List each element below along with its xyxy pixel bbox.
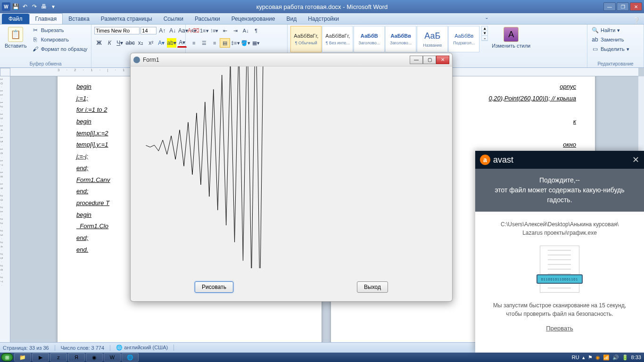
file-tab[interactable]: Файл [2,14,29,24]
style-expand-icon[interactable]: ⌄ [482,36,487,41]
justify-icon[interactable]: ▤ [220,38,230,48]
borders-icon[interactable]: ▦▾ [251,38,261,48]
avast-abort-link[interactable]: Прервать [546,325,573,332]
sort-icon[interactable]: A↓ [240,26,251,35]
form1-titlebar[interactable]: Form1 — ▢ ✕ [131,53,452,66]
font-size-select[interactable] [140,27,157,34]
increase-indent-icon[interactable]: ⇥ [230,26,240,35]
tab-references[interactable]: Ссылки [158,14,189,24]
replace-button[interactable]: abЗаменить [590,35,630,44]
tab-page-layout[interactable]: Разметка страницы [95,14,158,24]
help-icon[interactable]: ❔ [633,17,640,24]
bold-button[interactable]: Ж [94,38,104,48]
style-item[interactable]: АаБНазвание [417,26,448,52]
find-button[interactable]: 🔍Найти ▾ [590,26,630,34]
select-button[interactable]: ▭Выделить ▾ [590,45,630,53]
taskbar-item[interactable]: 🌐 [122,353,139,362]
style-item[interactable]: АаБбВвЗаголово... [385,26,416,52]
status-page[interactable]: Страница: 33 из 36 [3,345,55,351]
taskbar-item[interactable]: ▶ [32,353,49,362]
tab-mailings[interactable]: Рассылки [189,14,226,24]
style-item[interactable]: АаБбВвГг,¶ Без инте... [322,26,353,52]
form1-maximize-button[interactable]: ▢ [423,56,436,64]
style-item[interactable]: АаБбВвГг,¶ Обычный [290,26,322,52]
taskbar-item[interactable]: Я [68,353,85,362]
form1-close-button[interactable]: ✕ [436,56,449,64]
multilevel-icon[interactable]: ⁝≡▾ [209,26,220,35]
avast-orb-icon: a [480,155,490,165]
shading-icon[interactable]: 🪣▾ [240,38,251,48]
align-center-icon[interactable]: ☰ [199,38,209,48]
tray-network-icon[interactable]: 📶 [603,354,610,361]
maximize-button[interactable]: ❐ [617,2,629,11]
numbering-icon[interactable]: 1≡▾ [199,26,209,35]
save-icon[interactable]: 💾 [11,2,20,11]
grow-font-icon[interactable]: A↑ [157,26,167,35]
change-styles-button[interactable]: A Изменить стили [490,26,532,49]
status-language[interactable]: 🌐 английский (США) [116,345,174,351]
app-icon: W [2,2,10,11]
font-color-icon[interactable]: A▾ [177,38,187,48]
qat-more-icon[interactable]: ▾ [49,2,58,11]
highlight-icon[interactable]: ab▾ [167,38,176,48]
paste-button[interactable]: 📋 Вставить [3,26,29,49]
undo-icon[interactable]: ↶ [21,2,29,11]
ruler-corner [0,68,10,76]
tray-shield-icon[interactable]: ◉ [595,354,600,361]
status-words[interactable]: Число слов: 3 774 [61,345,110,351]
tray-lang[interactable]: RU [572,354,579,360]
replace-icon: ab [591,36,599,43]
tab-addins[interactable]: Надстройки [302,14,345,24]
form1-minimize-button[interactable]: — [410,56,423,64]
taskbar-item[interactable]: W [104,353,121,362]
shrink-font-icon[interactable]: A↓ [168,26,177,35]
tray-flag-icon[interactable]: ⚑ [588,354,593,361]
font-name-select[interactable] [94,27,140,34]
superscript-button[interactable]: x² [146,38,156,48]
exit-button[interactable]: Выход [357,281,388,293]
style-item[interactable]: АаБбВвПодзагол... [448,26,479,52]
taskbar-item[interactable]: 📁 [14,353,31,362]
style-down-icon[interactable]: ▼ [482,31,487,36]
tray-clock[interactable]: 8:33 [631,354,641,360]
tray-battery-icon[interactable]: 🔋 [622,354,628,361]
group-editing-label: Редактирование [587,61,644,66]
line-spacing-icon[interactable]: ‡≡▾ [230,38,240,48]
show-marks-icon[interactable]: ¶ [251,26,261,35]
align-right-icon[interactable]: ≡ [209,38,220,48]
text-effects-icon[interactable]: A▾ [157,38,166,48]
tray-up-icon[interactable]: ▴ [582,354,585,361]
italic-button[interactable]: К [105,38,114,48]
ribbon-minimize-icon[interactable]: ˇ [486,17,487,24]
vertical-ruler[interactable]: 10·11·12·13·14·15·16·17·18·19·20·21·22·2… [0,76,10,342]
align-left-icon[interactable]: ≡ [189,38,199,48]
tray-volume-icon[interactable]: 🔊 [612,354,619,361]
bullets-icon[interactable]: ≡▾ [189,26,199,35]
underline-button[interactable]: Ч▾ [115,38,124,48]
taskbar-item[interactable]: z [50,353,67,362]
cut-icon: ✂ [32,26,39,34]
lazarus-icon [133,57,140,63]
strike-button[interactable]: abc [125,38,135,48]
decrease-indent-icon[interactable]: ⇤ [220,26,230,35]
tab-insert[interactable]: Вставка [63,14,95,24]
tab-view[interactable]: Вид [281,14,302,24]
cut-button[interactable]: ✂Вырезать [31,26,89,34]
style-up-icon[interactable]: ▲ [482,26,487,31]
print-icon[interactable]: 🖶 [40,2,48,11]
find-label: Найти [601,27,615,33]
tab-review[interactable]: Рецензирование [226,14,281,24]
start-button[interactable]: ⊞ [1,353,13,362]
minimize-button[interactable]: — [603,2,616,11]
paste-label: Вставить [5,43,27,49]
copy-button[interactable]: ⎘Копировать [31,35,89,44]
taskbar-item[interactable]: ◉ [86,353,103,362]
avast-close-button[interactable]: ✕ [632,155,639,165]
tab-home[interactable]: Главная [29,13,63,24]
close-button[interactable]: ✕ [630,2,642,11]
redo-icon[interactable]: ↷ [30,2,39,11]
format-painter-button[interactable]: 🖌Формат по образцу [31,45,89,53]
subscript-button[interactable]: x₂ [136,38,145,48]
style-item[interactable]: АаБбВЗаголово... [354,26,385,52]
draw-button[interactable]: Рисовать [195,281,233,293]
